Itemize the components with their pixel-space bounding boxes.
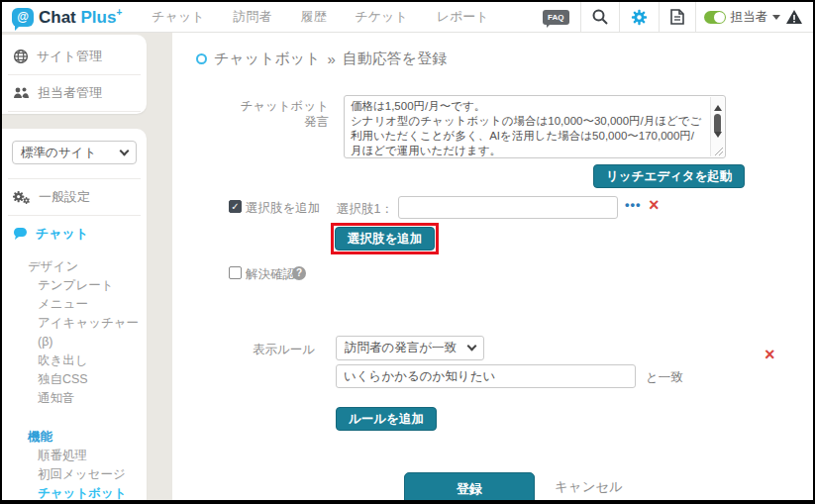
scroll-up-icon[interactable]: [714, 101, 722, 111]
help-icon[interactable]: ?: [292, 266, 306, 280]
users-icon: [13, 86, 30, 100]
sidebar-item-notification-sound[interactable]: 通知音: [28, 389, 147, 408]
chevron-down-icon: [467, 342, 477, 352]
faq-button[interactable]: FAQ: [532, 2, 579, 32]
gears-icon: [13, 190, 31, 205]
site-select[interactable]: 標準のサイト: [12, 141, 137, 164]
search-icon: [592, 9, 608, 25]
sidebar-item-balloon[interactable]: 吹き出し: [28, 352, 147, 370]
scrollbar-thumb[interactable]: [714, 114, 721, 134]
chevron-down-icon: [772, 15, 780, 24]
nav-item-reports[interactable]: レポート: [437, 8, 489, 26]
nav-item-chat[interactable]: チャット: [152, 8, 204, 26]
sidebar-item-agent-management[interactable]: 担当者管理: [2, 75, 147, 111]
circle-icon: [196, 53, 207, 64]
add-choice-checkbox[interactable]: ✓: [229, 200, 242, 213]
more-options-icon[interactable]: •••: [625, 197, 642, 212]
statement-textarea-wrap: 価格は1,500円/月〜です。 シナリオ型のチャットボットの場合は10,000〜…: [344, 95, 726, 158]
sidebar-item-eyecatcher[interactable]: アイキャッチャー(β): [28, 314, 147, 352]
main-content: チャットボット » 自動応答を登録 チャットボット 発言 価格は1,500円/月…: [172, 33, 813, 500]
resolve-confirm-label: 解決確認: [246, 266, 295, 283]
group-header-design: デザイン: [28, 257, 147, 276]
sidebar-item-label: 担当者管理: [38, 84, 102, 102]
sidebar-item-menu[interactable]: メニュー: [28, 295, 147, 314]
display-rule-label: 表示ルール: [253, 342, 315, 358]
rule-suffix-label: と一致: [646, 369, 683, 386]
sidebar: サイト管理 担当者管理 標準のサイト 一般設: [2, 33, 172, 500]
sidebar-card-site: 標準のサイト 一般設定 チャット デザイン テンプレート: [2, 129, 147, 504]
sidebar-card-global: サイト管理 担当者管理: [2, 35, 147, 114]
search-button[interactable]: [581, 2, 619, 32]
sidebar-group-feature: 機能 順番処理 初回メッセージ チャットボット チャットボット+ ツリーエディタ: [2, 422, 147, 504]
cancel-link[interactable]: キャンセル: [555, 478, 623, 496]
nav-item-history[interactable]: 履歴: [300, 8, 326, 26]
resolve-confirm-checkbox[interactable]: [229, 266, 242, 279]
account-menu[interactable]: 担当者: [696, 9, 808, 26]
nav-item-tickets[interactable]: チケット: [355, 8, 407, 26]
sidebar-item-template[interactable]: テンプレート: [28, 276, 147, 295]
sidebar-item-custom-css[interactable]: 独自CSS: [28, 370, 147, 389]
add-choice-button[interactable]: 選択肢を追加: [335, 227, 435, 251]
add-rule-button[interactable]: ルールを追加: [336, 407, 437, 431]
breadcrumb-separator: »: [327, 50, 335, 67]
sidebar-group-design: デザイン テンプレート メニュー アイキャッチャー(β) 吹き出し 独自CSS …: [2, 252, 147, 408]
logo-glyph: @: [17, 10, 29, 24]
sidebar-item-label: 一般設定: [39, 188, 90, 206]
faq-icon: FAQ: [543, 10, 568, 25]
account-name: 担当者: [731, 9, 768, 26]
chatplus-admin-window: @ Chat Plus+ チャット 訪問者 履歴 チケット レポート FAQ: [0, 0, 815, 504]
nav-item-visitors[interactable]: 訪問者: [233, 8, 271, 26]
chevron-down-icon: [120, 146, 130, 155]
top-navbar: @ Chat Plus+ チャット 訪問者 履歴 チケット レポート FAQ: [2, 2, 813, 33]
online-status-toggle[interactable]: [704, 11, 726, 24]
document-button[interactable]: [660, 2, 695, 32]
sidebar-item-site-management[interactable]: サイト管理: [2, 39, 147, 74]
sidebar-item-label: チャット: [36, 225, 88, 243]
rule-type-select-value: 訪問者の発言が一致: [345, 340, 457, 356]
sidebar-item-chat[interactable]: チャット: [2, 216, 147, 252]
choice1-input[interactable]: [398, 196, 618, 219]
highlight-annotation: 選択肢を追加: [331, 223, 439, 254]
scroll-down-icon[interactable]: [714, 132, 722, 142]
navbar-right-tools: FAQ: [532, 2, 807, 32]
statement-textarea[interactable]: 価格は1,500円/月〜です。 シナリオ型のチャットボットの場合は10,000〜…: [345, 96, 725, 157]
breadcrumb: チャットボット » 自動応答を登録: [196, 50, 447, 68]
main-nav-menu: チャット 訪問者 履歴 チケット レポート: [152, 8, 488, 26]
page-title: 自動応答を登録: [343, 50, 447, 68]
rule-keyword-input[interactable]: [336, 364, 636, 388]
statement-label: チャットボット 発言: [230, 98, 329, 130]
document-icon: [670, 9, 684, 25]
remove-rule-icon[interactable]: ×: [764, 347, 775, 362]
group-header-feature: 機能: [28, 428, 147, 447]
sidebar-item-chatbot[interactable]: チャットボット: [28, 484, 147, 503]
globe-icon: [13, 49, 29, 64]
breadcrumb-section: チャットボット: [214, 50, 320, 68]
rich-editor-button[interactable]: リッチエディタを起動: [593, 164, 745, 188]
settings-button[interactable]: [620, 2, 659, 32]
resize-grip-icon[interactable]: [713, 146, 724, 156]
chat-bubble-icon: [13, 227, 28, 241]
rule-type-select[interactable]: 訪問者の発言が一致: [336, 336, 484, 360]
chatplus-logo[interactable]: @ Chat Plus+: [12, 7, 122, 28]
sidebar-item-label: サイト管理: [37, 48, 102, 65]
sidebar-item-first-message[interactable]: 初回メッセージ: [28, 465, 147, 484]
sidebar-item-general-settings[interactable]: 一般設定: [2, 179, 147, 215]
logo-text: Chat Plus+: [39, 7, 122, 28]
sidebar-item-queue-processing[interactable]: 順番処理: [28, 447, 147, 465]
remove-choice-icon[interactable]: ×: [649, 197, 660, 213]
warning-icon[interactable]: [785, 9, 803, 25]
choice1-label: 選択肢1：: [337, 201, 393, 218]
submit-button[interactable]: 登録: [404, 472, 535, 504]
add-choice-checkbox-label: 選択肢を追加: [246, 200, 320, 217]
gear-icon: [631, 9, 648, 26]
chatplus-logo-icon: @: [12, 8, 34, 27]
site-select-value: 標準のサイト: [21, 145, 96, 161]
divider: [8, 111, 141, 112]
